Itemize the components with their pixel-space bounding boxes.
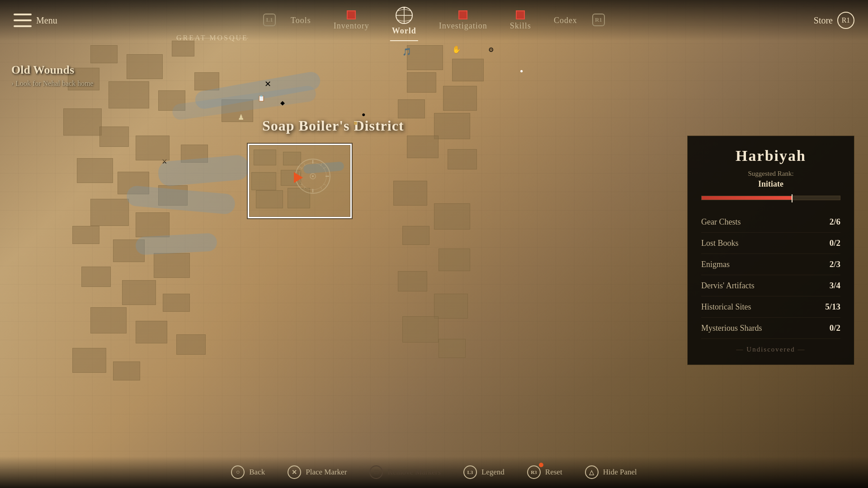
map-icon-small-1: 📋 (258, 95, 265, 102)
stat-label-gear-chests: Gear Chests (701, 217, 741, 227)
remove-markers-icon: □ (369, 465, 383, 479)
map-icon-dot: ● (520, 68, 523, 75)
rank-bar-fill (702, 196, 792, 200)
reset-indicator (539, 463, 543, 467)
menu-button[interactable]: Menu (14, 14, 57, 27)
reset-icon-wrapper: R3 (527, 465, 541, 479)
tab-controller-r1: R1 (589, 14, 609, 27)
tab-investigation[interactable]: Investigation (428, 7, 499, 34)
stat-lost-books: Lost Books 0/2 (701, 233, 840, 254)
stat-mysterious-shards: Mysterious Shards 0/2 (701, 318, 840, 339)
reset-icon: R3 (527, 465, 541, 479)
map-icon-small-2: ◆ (280, 99, 285, 107)
sel-building-3 (251, 172, 276, 190)
hide-panel-icon: △ (585, 465, 599, 479)
tab-codex[interactable]: Codex (542, 12, 589, 29)
legend-icon: L3 (463, 465, 477, 479)
bottom-navigation: ○ Back ✕ Place Marker □ Remove Markers L… (0, 456, 868, 488)
panel-rank-value: Initiate (701, 179, 840, 189)
back-icon: ○ (231, 465, 245, 479)
stat-label-dervis-artifacts: Dervis' Artifacts (701, 281, 755, 291)
stat-value-lost-books: 0/2 (830, 238, 840, 248)
svg-point-17 (312, 175, 314, 177)
stat-value-enigmas: 2/3 (830, 259, 840, 269)
stat-enigmas: Enigmas 2/3 (701, 254, 840, 275)
stat-label-lost-books: Lost Books (701, 239, 739, 248)
player-marker (294, 172, 303, 183)
tab-controller-l1: L1 (259, 14, 279, 27)
stat-historical-sites: Historical Sites 5/13 (701, 296, 840, 318)
l1-badge: L1 (263, 14, 276, 26)
tab-skills-label: Skills (510, 21, 531, 31)
map-icon-sword: ⚔ (162, 158, 167, 165)
panel-title: Harbiyah (701, 147, 840, 164)
inventory-notification (347, 10, 356, 19)
tab-tools-label: Tools (291, 16, 311, 25)
store-button[interactable]: Store R1 (814, 12, 854, 29)
panel-rank-label: Suggested Rank: (701, 170, 840, 178)
place-marker-button[interactable]: ✕ Place Marker (288, 465, 347, 479)
hide-panel-label: Hide Panel (603, 468, 637, 477)
tab-codex-label: Codex (554, 16, 577, 25)
map-icon-3: ✋ (452, 45, 461, 54)
stat-value-gear-chests: 2/6 (830, 217, 840, 227)
sel-building-5 (256, 190, 283, 208)
side-panel: Harbiyah Suggested Rank: Initiate Gear C… (687, 136, 854, 365)
tab-inventory[interactable]: Inventory (322, 7, 381, 34)
tab-world-label: World (392, 26, 416, 36)
tab-investigation-label: Investigation (439, 21, 487, 31)
r1-badge: R1 (592, 14, 605, 26)
menu-label: Menu (36, 15, 57, 26)
tab-skills[interactable]: Skills (499, 7, 542, 34)
legend-label: Legend (481, 468, 505, 477)
skills-notification (516, 10, 525, 19)
quest-info: Old Wounds Look for Nehal back home (11, 63, 94, 88)
stat-label-historical-sites: Historical Sites (701, 302, 751, 312)
map-icon-small-3: ♟ (238, 113, 244, 122)
place-marker-icon: ✕ (288, 465, 301, 479)
tab-tools[interactable]: Tools (279, 12, 322, 29)
map-icon-1: ✕ (264, 79, 271, 89)
quest-subtitle: Look for Nehal back home (11, 80, 94, 88)
reset-label: Reset (545, 468, 562, 477)
remove-markers-label: Remove Markers (387, 468, 441, 477)
tab-world[interactable]: World (381, 2, 428, 39)
stat-gear-chests: Gear Chests 2/6 (701, 211, 840, 233)
stat-value-mysterious-shards: 0/2 (830, 323, 840, 333)
reset-button[interactable]: R3 Reset (527, 465, 562, 479)
map-icon-player: ● (362, 111, 365, 118)
stat-dervis-artifacts: Dervis' Artifacts 3/4 (701, 275, 840, 296)
map-icon-2: 🎵 (402, 47, 411, 56)
district-label: Soap Boiler's District (262, 117, 404, 134)
top-navigation: Menu L1 Tools Inventory (0, 0, 868, 41)
remove-markers-button[interactable]: □ Remove Markers (369, 465, 441, 479)
investigation-notification (458, 10, 467, 19)
place-marker-label: Place Marker (306, 468, 347, 477)
legend-button[interactable]: L3 Legend (463, 465, 505, 479)
menu-icon (14, 14, 32, 27)
navigation-tabs: L1 Tools Inventory (259, 2, 609, 39)
quest-title: Old Wounds (11, 63, 94, 77)
stat-label-enigmas: Enigmas (701, 260, 730, 269)
rank-bar-marker (792, 194, 793, 202)
back-button[interactable]: ○ Back (231, 465, 265, 479)
rank-bar (701, 196, 840, 200)
sel-building-1 (254, 150, 276, 165)
map-icon-chest: ■ (354, 120, 357, 127)
hide-panel-button[interactable]: △ Hide Panel (585, 465, 637, 479)
undiscovered-label: Undiscovered (701, 346, 840, 353)
world-icon (394, 5, 414, 25)
stat-label-mysterious-shards: Mysterious Shards (701, 324, 762, 333)
stat-value-historical-sites: 5/13 (825, 302, 840, 312)
tab-inventory-label: Inventory (334, 21, 369, 31)
stat-value-dervis-artifacts: 3/4 (830, 281, 840, 291)
map-icon-4: ⚙ (488, 46, 494, 54)
store-icon: R1 (837, 12, 854, 29)
store-label: Store (814, 15, 833, 26)
back-label: Back (249, 468, 265, 477)
